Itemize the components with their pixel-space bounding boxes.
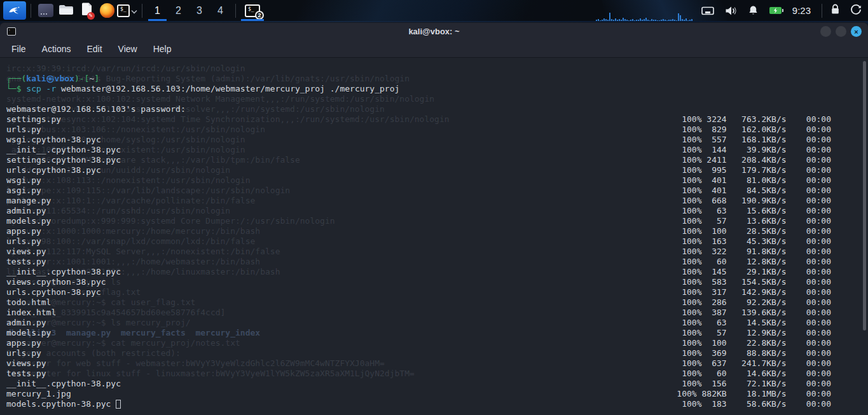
terminal-content[interactable]: irc:x:39:39:ircd:/var/run/ircd:/usr/sbin…: [0, 58, 868, 415]
cpu-bar: [682, 19, 683, 21]
menu-bar: File Actions Edit View Help: [0, 40, 868, 58]
network-icon[interactable]: [701, 6, 714, 16]
cpu-bar: [680, 15, 681, 21]
close-button[interactable]: ×: [851, 26, 862, 37]
charging-bolt-icon: [773, 8, 778, 13]
launcher-text-editor[interactable]: ✎: [76, 0, 97, 21]
transfer-stats: 100% 100 22.8KB/s 00:00: [682, 338, 831, 348]
transfer-stats: 100% 156 72.1KB/s 00:00: [682, 379, 831, 389]
transfer-row: views.py 100% 637 241.7KB/s 00:00: [6, 358, 868, 369]
transfer-row: mercury_1.jpg 100% 882KB 18.1MB/s 00:00: [6, 389, 868, 399]
menu-file[interactable]: File: [11, 44, 26, 54]
cpu-bar: [666, 20, 668, 21]
transfer-stats: 100% 100 28.5KB/s 00:00: [682, 226, 831, 236]
cpu-bar: [659, 20, 660, 21]
kali-dragon-icon: [8, 3, 22, 18]
transfer-row: asgi.py 100% 401 84.5KB/s 00:00: [6, 186, 868, 196]
logout-icon[interactable]: [850, 4, 862, 18]
launcher-terminal[interactable]: $_: [117, 0, 137, 21]
transfer-filename: settings.cpython-38.pyc: [6, 155, 121, 165]
minimize-button[interactable]: [820, 26, 831, 37]
transfer-filename: index.html: [6, 308, 56, 318]
scrollbar[interactable]: [861, 58, 868, 415]
kali-menu-button[interactable]: [3, 1, 26, 20]
command-name: scp: [26, 84, 41, 93]
cpu-usage-graph[interactable]: [596, 0, 692, 21]
blank-line: [6, 94, 868, 104]
transfer-row: tests.py 100% 60 14.6KB/s 00:00: [6, 369, 868, 379]
transfer-filename: admin.py: [6, 318, 46, 328]
transfer-row: __init__.cpython-38.pyc 100% 156 72.1KB/…: [6, 379, 868, 389]
top-panel: ✎ $_ 1234 $_ 2 9:23: [0, 0, 868, 21]
transfer-filename: __init__.cpython-38.pyc: [6, 379, 121, 389]
transfer-row: settings.py 100% 3224 763.2KB/s 00:00: [6, 114, 868, 125]
transfer-row: tests.py 100% 60 12.8KB/s 00:00: [6, 257, 868, 267]
command-args: webmaster@192.168.56.103:/home/webmaster…: [56, 84, 399, 93]
cpu-bar: [611, 19, 612, 21]
prompt-user-host: kali㉿vbox: [26, 74, 74, 83]
pencil-emblem-icon: ✎: [87, 12, 95, 20]
notifications-icon[interactable]: [748, 5, 759, 16]
transfer-row: apps.py 100% 100 22.8KB/s 00:00: [6, 338, 868, 348]
window-list-terminal-group[interactable]: $_ 2: [240, 0, 265, 21]
transfer-filename: views.py: [6, 247, 46, 257]
cpu-bar: [649, 20, 651, 21]
transfer-filename: urls.py: [6, 125, 41, 135]
transfer-row: urls.py 100% 163 45.3KB/s 00:00: [6, 236, 868, 247]
transfer-row: admin.py 100% 63 14.5KB/s 00:00: [6, 318, 868, 328]
cpu-bar: [657, 20, 658, 21]
chevron-down-icon: [131, 5, 137, 17]
lock-icon[interactable]: [830, 4, 840, 17]
scrollbar-thumb[interactable]: [863, 61, 866, 330]
workspace-switcher: 1234: [147, 0, 231, 21]
transfer-row: urls.py 100% 369 88.8KB/s 00:00: [6, 348, 868, 358]
cpu-bar: [609, 13, 610, 21]
launcher-show-windows[interactable]: [36, 0, 56, 21]
transfer-row: urls.cpython-38.pyc 100% 995 179.7KB/s 0…: [6, 165, 868, 175]
transfer-stats: 100% 322 91.8KB/s 00:00: [682, 247, 831, 257]
battery-icon[interactable]: [769, 7, 782, 14]
workspace-2[interactable]: 2: [168, 0, 189, 21]
maximize-button[interactable]: [836, 26, 846, 37]
transfer-row: urls.py 100% 829 162.0KB/s 00:00: [6, 125, 868, 135]
cpu-bar: [647, 20, 649, 21]
transfer-stats: 100% 286 92.2KB/s 00:00: [682, 297, 831, 308]
workspace-3[interactable]: 3: [189, 0, 210, 21]
transfer-row: manage.py 100% 668 190.9KB/s 00:00: [6, 196, 868, 206]
cpu-bar: [607, 20, 609, 21]
transfer-filename: apps.py: [6, 338, 41, 348]
transfer-stats: 100% 317 142.9KB/s 00:00: [682, 287, 831, 297]
transfer-stats: 100% 995 179.7KB/s 00:00: [682, 165, 831, 175]
transfer-filename: todo.html: [6, 297, 51, 308]
cpu-bar: [676, 20, 677, 21]
workspace-1[interactable]: 1: [147, 0, 168, 21]
menu-edit[interactable]: Edit: [86, 44, 102, 54]
transfer-stats: 100% 60 14.6KB/s 00:00: [682, 369, 831, 379]
launcher-file-manager[interactable]: [56, 0, 76, 21]
transfer-row: todo.html 100% 286 92.2KB/s 00:00: [6, 297, 868, 308]
titlebar[interactable]: › kali@vbox: ~ ×: [0, 23, 868, 40]
cpu-bar: [689, 20, 691, 21]
transfer-filename: models.py: [6, 328, 51, 338]
cpu-bar: [655, 20, 656, 21]
clock[interactable]: 9:23: [792, 5, 811, 16]
cpu-bar: [634, 20, 635, 21]
launcher-firefox[interactable]: [97, 0, 117, 21]
menu-actions[interactable]: Actions: [42, 44, 71, 54]
workspace-4[interactable]: 4: [210, 0, 231, 21]
transfer-stats: 100% 63 15.6KB/s 00:00: [682, 206, 831, 216]
transfer-stats: 100% 583 154.5KB/s 00:00: [682, 277, 831, 287]
transfer-stats: 100% 637 241.7KB/s 00:00: [682, 358, 831, 369]
prompt-frame: ]: [94, 74, 99, 83]
transfer-stats: 100% 387 139.6KB/s 00:00: [682, 308, 831, 318]
transfer-stats: 100% 557 168.1KB/s 00:00: [682, 135, 831, 145]
cpu-bar: [628, 20, 630, 21]
menu-view[interactable]: View: [118, 44, 137, 54]
volume-icon[interactable]: [725, 6, 737, 16]
cpu-bar: [632, 19, 633, 21]
transfer-filename: views.cpython-38.pyc: [6, 277, 106, 287]
cpu-bar: [596, 20, 597, 21]
wallpaper-shape: [270, 0, 544, 21]
menu-help[interactable]: Help: [153, 44, 172, 54]
transfer-stats: 100% 829 162.0KB/s 00:00: [682, 125, 831, 135]
